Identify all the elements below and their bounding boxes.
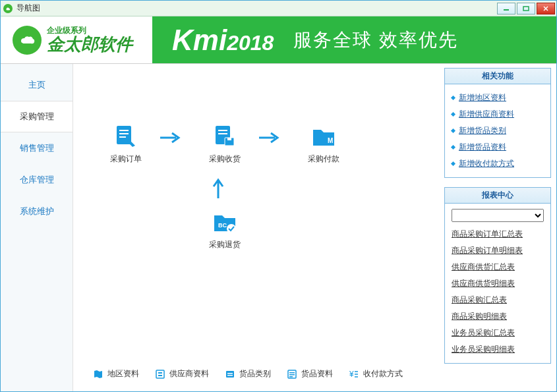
related-panel-title: 相关功能 [445,69,550,84]
right-column: 相关功能 新增地区资料 新增供应商资料 新增货品类别 新增货品资料 新增收付款方… [444,64,556,391]
logo-title: 金太郎软件 [47,35,132,54]
svg-rect-16 [158,375,162,376]
report-link[interactable]: 供应商供货汇总表 [452,259,544,275]
report-panel-title: 报表中心 [445,188,550,204]
app-window: 导航图 企业级系列 金太郎软件 Kmi2018 服务全球 效率优先 [0,0,557,392]
svg-rect-18 [227,373,233,374]
supplier-icon [155,369,165,379]
banner-green: Kmi2018 服务全球 效率优先 [152,16,556,63]
svg-point-13 [227,224,236,233]
slogan: 服务全球 效率优先 [293,28,458,53]
link-goods-data[interactable]: 货品资料 [287,368,333,379]
arrow-right-icon [159,131,183,144]
window-title: 导航图 [16,3,40,14]
report-link[interactable]: 商品采购汇总表 [452,292,544,308]
sidebar-item-sales[interactable]: 销售管理 [1,132,73,164]
link-supplier-data[interactable]: 供应商资料 [155,368,209,379]
bullet-icon [451,112,455,117]
svg-rect-4 [119,133,129,134]
product-name: Kmi2018 [172,24,274,57]
report-link[interactable]: 业务员采购明细表 [452,341,544,358]
report-link[interactable]: 商品采购订单汇总表 [452,226,544,242]
maximize-button[interactable] [517,3,535,14]
sidebar-item-purchase[interactable]: 采购管理 [1,101,73,132]
body: 主页 采购管理 销售管理 仓库管理 系统维护 采购订单 [1,64,556,391]
folder-money-icon: M [310,123,337,150]
folder-check-icon: BC [212,209,238,235]
svg-rect-0 [504,9,509,11]
workflow-diagram: 采购订单 采购收货 M 采 [80,70,438,255]
logo-icon [13,26,42,55]
minimize-button[interactable] [497,3,515,14]
close-button[interactable] [537,3,555,14]
svg-rect-3 [119,130,129,131]
logo-subtitle: 企业级系列 [47,26,132,35]
document-edit-icon [113,123,139,150]
arrow-right-icon [258,131,281,144]
titlebar: 导航图 [1,1,556,16]
sidebar-item-home[interactable]: 主页 [1,69,73,101]
bullet-icon [451,128,455,133]
report-link[interactable]: 供应商供货明细表 [452,275,544,292]
related-link[interactable]: 新增地区资料 [452,90,544,106]
sidebar-item-warehouse[interactable]: 仓库管理 [1,164,73,196]
svg-rect-5 [119,136,126,138]
svg-rect-7 [218,130,227,131]
svg-rect-15 [158,372,162,374]
bottom-links: 地区资料 供应商资料 货品类别 货品资料 ¥ 收付款方式 [80,368,438,379]
bullet-icon [451,145,455,150]
report-select[interactable] [452,209,544,222]
node-purchase-pay[interactable]: M 采购付款 [297,123,350,165]
node-purchase-return[interactable]: BC 采购退货 [198,209,251,250]
svg-rect-1 [523,7,529,11]
report-link[interactable]: 商品采购明细表 [452,308,544,325]
svg-rect-17 [226,371,234,378]
link-region-data[interactable]: 地区资料 [93,368,139,379]
bullet-icon [451,96,455,100]
svg-rect-21 [289,372,295,374]
node-label: 采购退货 [198,239,251,250]
banner: 企业级系列 金太郎软件 Kmi2018 服务全球 效率优先 [1,16,556,64]
node-label: 采购收货 [198,154,251,165]
link-category[interactable]: 货品类别 [225,368,271,379]
map-icon [93,369,103,379]
related-panel: 相关功能 新增地区资料 新增供应商资料 新增货品类别 新增货品资料 新增收付款方… [444,68,551,178]
node-label: 采购订单 [100,154,152,165]
report-link[interactable]: 商品采购订单明细表 [452,242,544,259]
svg-text:¥: ¥ [349,370,354,379]
svg-rect-19 [227,375,233,376]
related-link[interactable]: 新增收付款方式 [452,155,544,172]
bullet-icon [451,161,455,166]
svg-rect-22 [289,374,295,376]
report-link[interactable]: 业务员采购汇总表 [452,325,544,341]
related-link[interactable]: 新增货品资料 [452,139,544,155]
report-panel: 报表中心 商品采购订单汇总表 商品采购订单明细表 供应商供货汇总表 供应商供货明… [444,187,551,364]
related-link[interactable]: 新增货品类别 [452,123,544,139]
app-icon [3,4,13,13]
svg-rect-10 [227,138,231,140]
link-payment-method[interactable]: ¥ 收付款方式 [349,368,403,379]
node-purchase-receive[interactable]: 采购收货 [198,123,251,165]
node-purchase-order[interactable]: 采购订单 [100,123,152,165]
main-area: 采购订单 采购收货 M 采 [73,64,444,391]
document-box-icon [212,123,238,150]
svg-text:M: M [328,137,333,144]
logo-area: 企业级系列 金太郎软件 [1,26,152,55]
svg-rect-23 [289,376,293,378]
goods-icon [287,369,297,379]
category-icon [225,369,235,379]
svg-text:BC: BC [218,222,227,229]
sidebar: 主页 采购管理 销售管理 仓库管理 系统维护 [1,64,73,391]
payment-icon: ¥ [349,369,359,379]
arrow-up-icon [212,176,225,200]
svg-rect-8 [218,133,227,134]
sidebar-item-system[interactable]: 系统维护 [1,196,73,227]
related-link[interactable]: 新增供应商资料 [452,106,544,123]
node-label: 采购付款 [297,154,350,165]
svg-rect-14 [156,370,164,378]
